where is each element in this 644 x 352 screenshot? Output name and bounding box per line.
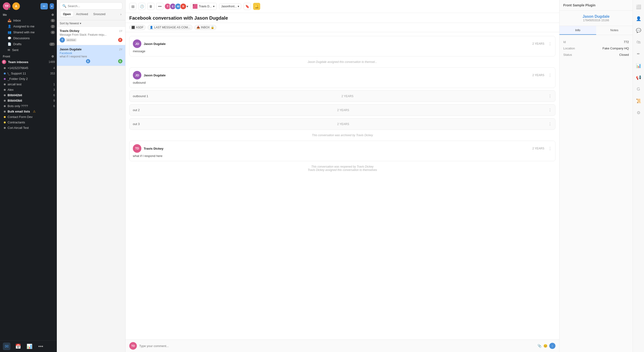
tab-notes[interactable]: Notes bbox=[596, 26, 633, 35]
sidebar-item-assigned[interactable]: 👤 Assigned to me 2 bbox=[6, 23, 57, 29]
compose-chevron[interactable]: ▾ bbox=[50, 3, 54, 9]
conv-footer: T archive F bbox=[60, 37, 122, 42]
contact-info: Jason Dugdale 17845053316 15166 bbox=[560, 11, 633, 26]
msg-header: TD Travis Dickey 2 YEARS ⋮ bbox=[133, 144, 552, 153]
tab-snoozed[interactable]: Snoozed bbox=[91, 11, 108, 17]
msg-body: outbound bbox=[133, 81, 552, 84]
tab-archived[interactable]: Archived bbox=[74, 11, 90, 17]
inbox-name: _Folder Only 2 bbox=[8, 77, 28, 81]
pen-icon[interactable]: ✒ bbox=[635, 50, 642, 58]
msg-header: JD Jason Dugdale 2 YEARS ⋮ bbox=[133, 39, 552, 48]
nav-calendar-icon[interactable]: 📅 bbox=[14, 343, 22, 350]
sidebar-item-inbox[interactable]: Cori Aircall Test bbox=[2, 125, 57, 131]
avatar: JD bbox=[133, 71, 141, 79]
warning-icon: ⚠ bbox=[33, 110, 36, 113]
user-avatar[interactable]: TP bbox=[3, 2, 10, 10]
conv-item-jason[interactable]: Jason Dugdale 2Y Facebook what if I resp… bbox=[57, 45, 125, 66]
tab-open[interactable]: Open bbox=[60, 11, 73, 17]
search-bar[interactable]: 🔍 bbox=[60, 2, 122, 9]
trash-button[interactable]: 🗑 bbox=[147, 3, 154, 10]
compose-button[interactable]: ✏ bbox=[40, 3, 48, 9]
chat-icon[interactable]: 💬 bbox=[634, 26, 642, 34]
dot-icon bbox=[4, 78, 6, 80]
me-settings-icon[interactable]: ⚙ bbox=[52, 13, 54, 16]
attachment-icon[interactable]: 📎 bbox=[538, 344, 542, 348]
stats-icon[interactable]: 📊 bbox=[634, 62, 642, 70]
conv-item-travis[interactable]: Travis Dickey 1Y Message From Slack: Fea… bbox=[57, 27, 125, 45]
sidebar-item-inbox[interactable]: aircall test 1 bbox=[2, 82, 57, 87]
tag-asdf[interactable]: ⬛ ASDF bbox=[129, 25, 146, 30]
nav-more-icon[interactable]: ••• bbox=[37, 343, 44, 350]
settings-icon[interactable]: ⚙ bbox=[635, 109, 642, 117]
plugin-icon[interactable]: ⬜ bbox=[634, 3, 642, 11]
sidebar-item-inbox[interactable]: Bots only ???? 6 bbox=[2, 103, 57, 109]
more-button[interactable]: ••• bbox=[156, 3, 163, 10]
send-icon[interactable]: ↑ bbox=[549, 343, 556, 349]
tab-info[interactable]: Info bbox=[560, 26, 596, 35]
search-input[interactable] bbox=[68, 4, 120, 8]
sidebar-item-inbox[interactable]: +14152376645 4 bbox=[2, 65, 57, 71]
sidebar-item-inbox[interactable]: Blibli42bli 6 bbox=[2, 92, 57, 98]
sidebar-item-discussions[interactable]: 💬 Discussions bbox=[6, 35, 57, 41]
sort-bar[interactable]: Sort by Newest ▾ bbox=[57, 20, 125, 27]
conv-sender: Travis Dickey bbox=[60, 29, 79, 33]
tag-inbox[interactable]: 📥 INBOX 🔒 bbox=[194, 25, 216, 30]
snooze-button[interactable]: 🕐 bbox=[138, 3, 145, 10]
me-section-header: Me ⚙ bbox=[0, 12, 57, 17]
inbox-count: 9 bbox=[53, 99, 55, 102]
sidebar-item-inbox[interactable]: 📥 Inbox 6 bbox=[6, 17, 57, 23]
compose-input[interactable] bbox=[139, 344, 535, 348]
sidebar-item-drafts[interactable]: 📄 Drafts 27 bbox=[6, 41, 57, 47]
shopify-icon[interactable]: 🛍 bbox=[635, 38, 642, 46]
emoji-icon[interactable]: 😊 bbox=[544, 344, 548, 348]
msg-menu[interactable]: ⋮ bbox=[548, 94, 552, 98]
nav-inbox-icon[interactable]: ✉ bbox=[3, 343, 10, 350]
bookmark-button[interactable]: 🔖 bbox=[244, 3, 251, 10]
sidebar-item-inbox[interactable]: Contractants bbox=[2, 120, 57, 125]
msg-menu[interactable]: ⋮ bbox=[548, 108, 552, 112]
msg-menu[interactable]: ⋮ bbox=[548, 122, 552, 126]
system-message: This conversation was reopened by Travis… bbox=[129, 164, 556, 173]
inbox-name: +14152376645 bbox=[8, 66, 28, 70]
archive-button[interactable]: ▤ bbox=[129, 3, 136, 10]
msg-menu-btn[interactable]: ⋮ bbox=[548, 73, 552, 78]
field-value: Closed bbox=[620, 53, 629, 56]
bell-button[interactable]: 🔔 bbox=[253, 3, 260, 10]
inbox-count: 3 bbox=[53, 88, 55, 91]
sidebar-item-shared[interactable]: 👥 Shared with me 4 bbox=[6, 29, 57, 35]
message-card: JD Jason Dugdale 2 YEARS ⋮ message bbox=[129, 36, 556, 56]
participants-dropdown[interactable]: ▾ bbox=[186, 4, 188, 8]
sidebar-item-sent[interactable]: ✉ Sent bbox=[6, 47, 57, 53]
right-panel: Front Sample Plugin Jason Dugdale 178450… bbox=[559, 0, 633, 352]
nav-analytics-icon[interactable]: 📊 bbox=[26, 343, 33, 350]
msg-time: 2 YEARS bbox=[337, 109, 349, 112]
inbox-selector[interactable]: Jasonfront... ▾ bbox=[219, 3, 241, 9]
alert-avatar[interactable]: A bbox=[12, 2, 20, 10]
info-field: Status Closed bbox=[563, 51, 629, 58]
scroll-icon[interactable]: 📜 bbox=[634, 97, 642, 105]
msg-menu-btn[interactable]: ⋮ bbox=[548, 42, 552, 46]
main-content: ▤ 🕐 🗑 ••• T E M R ▾ T Travis D... ▾ Jaso… bbox=[126, 0, 559, 352]
assignee-button[interactable]: T Travis D... ▾ bbox=[190, 3, 217, 10]
tabs-arrow[interactable]: › bbox=[120, 12, 122, 16]
dot-icon bbox=[4, 94, 6, 96]
contacts-icon[interactable]: 👤 bbox=[634, 15, 642, 23]
ad-icon[interactable]: 📢 bbox=[634, 73, 642, 82]
inbox-name: Cori Aircall Test bbox=[8, 126, 29, 130]
g-icon[interactable]: G bbox=[635, 85, 642, 93]
front-settings-icon[interactable]: ⚙ bbox=[52, 55, 54, 58]
sidebar-item-inbox[interactable]: Blibli43bli 9 bbox=[2, 98, 57, 103]
sidebar-item-team-inboxes[interactable]: F Team inboxes 1489 bbox=[0, 59, 57, 65]
sidebar-item-inbox[interactable]: _Folder Only 2 bbox=[2, 76, 57, 82]
sidebar-item-inbox[interactable]: Contact Form Dev bbox=[2, 114, 57, 120]
right-icon-bar: ⬜ 👤 💬 🛍 ✒ 📊 📢 G 📜 ⚙ bbox=[633, 0, 644, 352]
sidebar-item-inbox[interactable]: \_ Support 11 353 bbox=[2, 71, 57, 76]
sidebar-item-inbox[interactable]: Bulk email lists ⚠ bbox=[2, 109, 57, 114]
inbox-name: Blibli43bli bbox=[8, 99, 22, 102]
participants-avatars: T E M R ▾ bbox=[166, 3, 188, 10]
sidebar-item-inbox[interactable]: Alex 3 bbox=[2, 87, 57, 92]
msg-menu-btn[interactable]: ⋮ bbox=[548, 146, 552, 151]
tag-last-message[interactable]: 👤 LAST MESSAGE AS COM... bbox=[148, 25, 192, 30]
inbox-count: 6 bbox=[53, 105, 55, 108]
conv-footer: 6 G bbox=[60, 59, 122, 63]
